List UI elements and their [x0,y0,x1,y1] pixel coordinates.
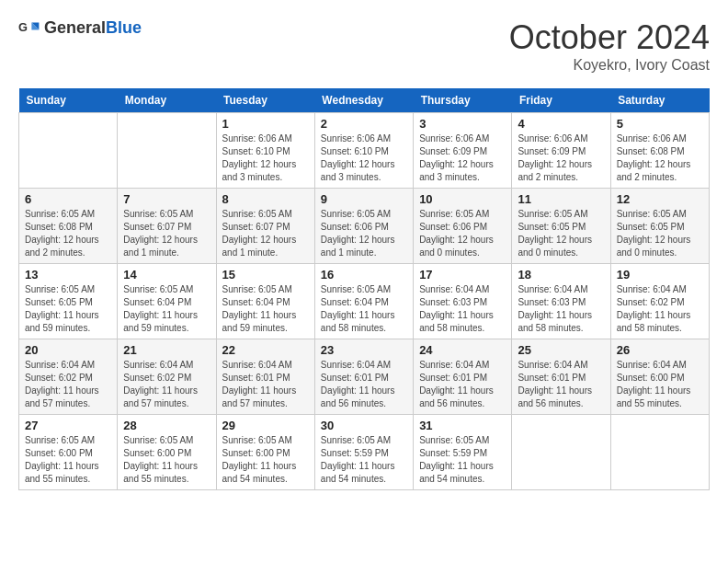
sunrise-label: Sunrise: 6:04 AM [518,360,587,370]
daylight-label: Daylight: 11 hours and 54 minutes. [222,461,297,484]
day-number: 2 [321,117,407,131]
sunset-label: Sunset: 6:01 PM [419,373,487,383]
day-number: 10 [419,192,506,206]
table-cell: 19 Sunrise: 6:04 AM Sunset: 6:02 PM Dayl… [610,264,709,339]
sunrise-label: Sunrise: 6:04 AM [617,284,687,294]
location-title: Koyekro, Ivory Coast [509,57,710,74]
table-cell: 8 Sunrise: 6:05 AM Sunset: 6:07 PM Dayli… [216,189,314,264]
day-detail: Sunrise: 6:04 AM Sunset: 6:02 PM Dayligh… [123,359,210,410]
table-cell: 5 Sunrise: 6:06 AM Sunset: 6:08 PM Dayli… [610,113,709,189]
daylight-label: Daylight: 12 hours and 0 minutes. [518,235,592,258]
daylight-label: Daylight: 11 hours and 55 minutes. [123,461,198,484]
daylight-label: Daylight: 11 hours and 57 minutes. [222,385,297,408]
sunrise-label: Sunrise: 6:04 AM [419,360,489,370]
daylight-label: Daylight: 11 hours and 58 minutes. [321,310,395,333]
day-number: 15 [222,268,309,282]
sunset-label: Sunset: 6:04 PM [123,297,191,307]
day-number: 5 [617,117,703,131]
sunrise-label: Sunrise: 6:05 AM [25,435,95,445]
sunrise-label: Sunrise: 6:06 AM [419,133,489,144]
table-cell: 27 Sunrise: 6:05 AM Sunset: 6:00 PM Dayl… [19,415,118,490]
sunrise-label: Sunrise: 6:06 AM [321,133,391,144]
table-cell: 4 Sunrise: 6:06 AM Sunset: 6:09 PM Dayli… [512,113,610,189]
sunset-label: Sunset: 5:59 PM [419,448,487,458]
day-detail: Sunrise: 6:05 AM Sunset: 6:04 PM Dayligh… [123,283,210,335]
sunrise-label: Sunrise: 6:05 AM [123,209,193,219]
daylight-label: Daylight: 12 hours and 1 minute. [321,235,395,258]
table-cell: 28 Sunrise: 6:05 AM Sunset: 6:00 PM Dayl… [118,415,216,490]
table-cell: 12 Sunrise: 6:05 AM Sunset: 6:05 PM Dayl… [610,189,709,264]
sunset-label: Sunset: 5:59 PM [321,448,389,458]
day-detail: Sunrise: 6:06 AM Sunset: 6:10 PM Dayligh… [321,132,407,184]
sunset-label: Sunset: 6:03 PM [419,297,487,307]
day-detail: Sunrise: 6:04 AM Sunset: 6:01 PM Dayligh… [419,359,506,410]
day-number: 26 [617,343,703,357]
day-detail: Sunrise: 6:04 AM Sunset: 6:01 PM Dayligh… [321,359,407,410]
table-cell: 3 Sunrise: 6:06 AM Sunset: 6:09 PM Dayli… [414,113,512,189]
sunset-label: Sunset: 6:08 PM [25,222,93,232]
day-detail: Sunrise: 6:04 AM Sunset: 6:03 PM Dayligh… [419,283,506,335]
sunrise-label: Sunrise: 6:04 AM [222,360,292,370]
sunset-label: Sunset: 6:08 PM [617,146,685,156]
daylight-label: Daylight: 12 hours and 3 minutes. [222,159,297,182]
day-number: 28 [123,419,210,432]
day-number: 24 [419,343,506,357]
sunset-label: Sunset: 6:10 PM [222,146,290,156]
sunset-label: Sunset: 6:07 PM [222,222,290,232]
daylight-label: Daylight: 11 hours and 58 minutes. [518,310,592,333]
day-detail: Sunrise: 6:05 AM Sunset: 6:06 PM Dayligh… [419,208,506,259]
day-detail: Sunrise: 6:04 AM Sunset: 6:01 PM Dayligh… [222,359,309,410]
sunset-label: Sunset: 6:05 PM [617,222,685,232]
col-sunday: Sunday [19,88,118,113]
daylight-label: Daylight: 11 hours and 59 minutes. [222,310,297,333]
sunrise-label: Sunrise: 6:05 AM [518,209,587,219]
sunrise-label: Sunrise: 6:06 AM [222,133,292,144]
calendar-week-5: 27 Sunrise: 6:05 AM Sunset: 6:00 PM Dayl… [19,415,710,490]
col-tuesday: Tuesday [216,88,314,113]
daylight-label: Daylight: 11 hours and 54 minutes. [321,461,395,484]
calendar-table: Sunday Monday Tuesday Wednesday Thursday… [18,88,710,490]
daylight-label: Daylight: 11 hours and 55 minutes. [25,461,99,484]
day-detail: Sunrise: 6:05 AM Sunset: 6:00 PM Dayligh… [25,434,111,486]
day-number: 21 [123,343,210,357]
sunset-label: Sunset: 6:01 PM [321,373,389,383]
daylight-label: Daylight: 12 hours and 3 minutes. [321,159,395,182]
svg-text:G: G [18,20,28,34]
sunset-label: Sunset: 6:07 PM [123,222,191,232]
logo: G GeneralBlue [18,18,142,38]
daylight-label: Daylight: 12 hours and 1 minute. [222,235,297,258]
table-cell [610,415,709,490]
sunset-label: Sunset: 6:00 PM [25,448,93,458]
day-detail: Sunrise: 6:06 AM Sunset: 6:09 PM Dayligh… [518,132,604,184]
table-cell: 14 Sunrise: 6:05 AM Sunset: 6:04 PM Dayl… [118,264,216,339]
day-detail: Sunrise: 6:05 AM Sunset: 6:00 PM Dayligh… [123,434,210,486]
day-number: 19 [617,268,703,282]
sunrise-label: Sunrise: 6:05 AM [617,209,687,219]
daylight-label: Daylight: 12 hours and 2 minutes. [25,235,99,258]
day-number: 3 [419,117,506,131]
daylight-label: Daylight: 11 hours and 54 minutes. [419,461,494,484]
day-number: 4 [518,117,604,131]
sunset-label: Sunset: 6:00 PM [617,373,685,383]
day-detail: Sunrise: 6:04 AM Sunset: 6:01 PM Dayligh… [518,359,604,410]
daylight-label: Daylight: 11 hours and 59 minutes. [123,310,198,333]
day-detail: Sunrise: 6:06 AM Sunset: 6:10 PM Dayligh… [222,132,309,184]
table-cell: 13 Sunrise: 6:05 AM Sunset: 6:05 PM Dayl… [19,264,118,339]
sunset-label: Sunset: 6:00 PM [222,448,290,458]
day-number: 29 [222,419,309,432]
logo-blue: Blue [106,18,142,37]
sunset-label: Sunset: 6:02 PM [617,297,685,307]
table-cell: 25 Sunrise: 6:04 AM Sunset: 6:01 PM Dayl… [512,339,610,415]
daylight-label: Daylight: 12 hours and 2 minutes. [518,159,592,182]
table-cell: 29 Sunrise: 6:05 AM Sunset: 6:00 PM Dayl… [216,415,314,490]
sunset-label: Sunset: 6:10 PM [321,146,389,156]
logo-general: General [44,18,106,37]
day-number: 14 [123,268,210,282]
day-number: 1 [222,117,309,131]
day-number: 11 [518,192,604,206]
col-friday: Friday [512,88,610,113]
day-detail: Sunrise: 6:05 AM Sunset: 6:08 PM Dayligh… [25,208,111,259]
day-number: 18 [518,268,604,282]
day-number: 20 [25,343,111,357]
day-number: 16 [321,268,407,282]
